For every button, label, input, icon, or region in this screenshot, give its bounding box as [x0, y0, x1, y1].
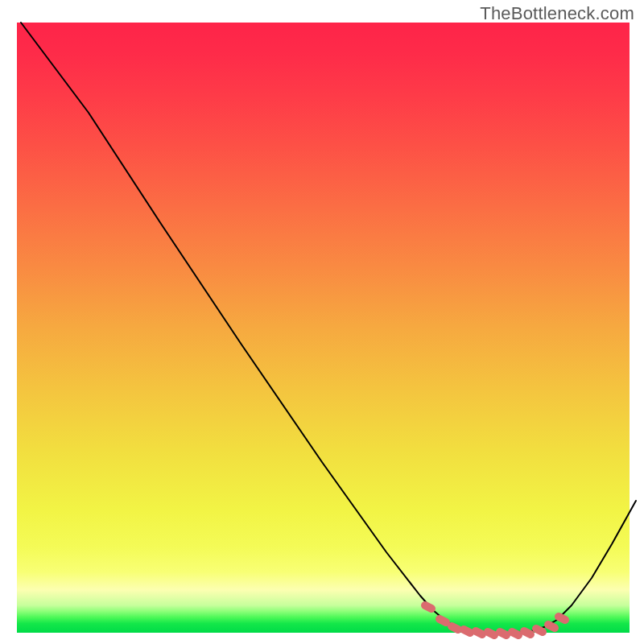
svg-line-8	[524, 631, 530, 634]
chart-container: { "watermark": "TheBottleneck.com", "cha…	[0, 0, 644, 644]
svg-line-10	[548, 625, 555, 628]
svg-line-9	[536, 629, 543, 632]
svg-line-7	[512, 632, 518, 635]
svg-line-1	[440, 619, 446, 622]
svg-line-5	[488, 632, 494, 635]
svg-line-4	[476, 631, 482, 634]
svg-line-6	[500, 632, 506, 635]
watermark-text: TheBottleneck.com	[480, 3, 634, 24]
svg-line-0	[425, 605, 431, 609]
svg-line-11	[559, 617, 565, 620]
svg-line-2	[452, 626, 458, 630]
svg-line-3	[464, 630, 470, 633]
chart-background	[17, 23, 630, 633]
bottleneck-chart	[0, 0, 644, 644]
